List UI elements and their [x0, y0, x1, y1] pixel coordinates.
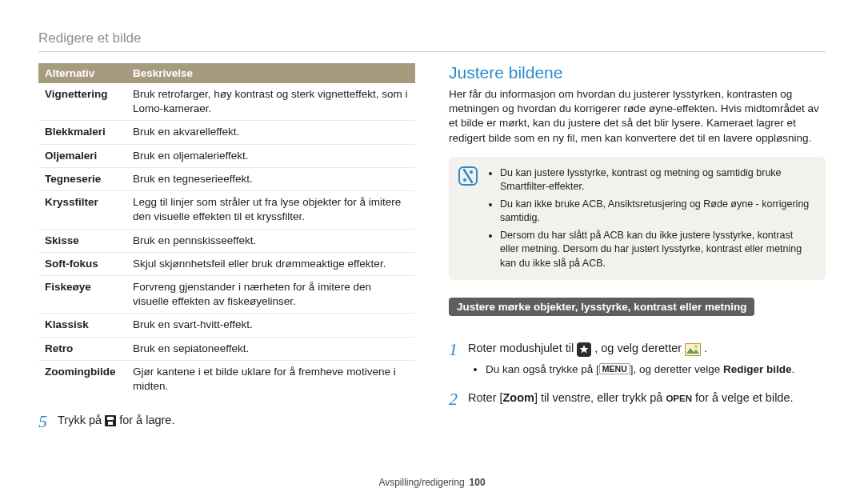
option-name: Blekkmaleri [38, 121, 126, 144]
left-column: Alternativ Beskrivelse VignetteringBruk … [38, 63, 415, 431]
table-row: SkisseBruk en pennskisseeffekt. [38, 229, 415, 252]
note-box: Du kan justere lysstyrke, kontrast og me… [449, 157, 826, 281]
table-header-beskrivelse: Beskrivelse [126, 63, 415, 83]
option-description: Bruk en tegneserieeffekt. [126, 167, 415, 190]
svg-point-4 [470, 170, 473, 174]
table-row: TegneserieBruk en tegneserieeffekt. [38, 167, 415, 190]
step-text: Roter modushjulet til , og velg deretter… [468, 340, 707, 358]
table-row: KlassiskBruk en svart-hvitt-effekt. [38, 314, 415, 337]
option-name: Oljemaleri [38, 144, 126, 167]
option-name: Skisse [38, 229, 126, 252]
step-2: 2 Roter [Zoom] til venstre, eller trykk … [449, 390, 826, 409]
svg-point-10 [694, 345, 698, 348]
step-text: Trykk på for å lagre. [58, 412, 174, 430]
footer-section: Avspilling/redigering [378, 477, 464, 488]
option-description: Bruk en oljemalerieffekt. [126, 144, 415, 167]
option-name: Retro [38, 337, 126, 360]
options-table: Alternativ Beskrivelse VignetteringBruk … [38, 63, 415, 398]
option-description: Forvreng gjenstander i nærheten for å im… [126, 275, 415, 313]
table-row: RetroBruk en sepiatoneeffekt. [38, 337, 415, 360]
step-1: 1 Roter modushjulet til , og velg derett… [449, 340, 826, 359]
option-name: Kryssfilter [38, 191, 126, 229]
svg-rect-1 [107, 417, 114, 420]
step-text: Roter [Zoom] til venstre, eller trykk på… [468, 390, 794, 407]
table-row: ZoomingbildeGjør kantene i et bilde ukla… [38, 360, 415, 398]
note-list: Du kan justere lysstyrke, kontrast og me… [487, 166, 814, 271]
option-description: Legg til linjer som stråler ut fra lyse … [126, 191, 415, 229]
step-number: 5 [38, 412, 50, 431]
option-name: Klassisk [38, 314, 126, 337]
option-description: Bruk en akvarelleffekt. [126, 121, 415, 144]
option-description: Bruk retrofarger, høy kontrast og sterk … [126, 83, 415, 121]
note-item: Dersom du har slått på ACB kan du ikke j… [500, 229, 814, 271]
note-icon [458, 166, 478, 271]
option-name: Fiskeøye [38, 275, 126, 313]
table-header-alternativ: Alternativ [38, 63, 126, 83]
table-row: BlekkmaleriBruk en akvarelleffekt. [38, 121, 415, 144]
option-name: Vignettering [38, 83, 126, 121]
option-name: Tegneserie [38, 167, 126, 190]
option-description: Skjul skjønnhetsfeil eller bruk drømmeak… [126, 252, 415, 275]
mode-dial-magic-icon [577, 342, 591, 357]
table-row: VignetteringBruk retrofarger, høy kontra… [38, 83, 415, 121]
page-footer: Avspilling/redigering100 [0, 477, 864, 488]
svg-rect-8 [686, 343, 701, 355]
landscape-photo-icon [685, 343, 701, 356]
note-item: Du kan justere lysstyrke, kontrast og me… [500, 166, 814, 194]
option-description: Bruk en svart-hvitt-effekt. [126, 314, 415, 337]
page-title: Redigere et bilde [38, 30, 826, 46]
section-heading: Justere bildene [449, 63, 826, 82]
open-label: OPEN [666, 394, 692, 403]
table-row: KryssfilterLegg til linjer som stråler u… [38, 191, 415, 229]
note-item: Du kan ikke bruke ACB, Ansiktsretusjerin… [500, 198, 814, 226]
table-row: Soft-fokusSkjul skjønnhetsfeil eller bru… [38, 252, 415, 275]
menu-button-label: MENU [599, 363, 630, 375]
step-1-sub: Du kan også trykke på [MENU], og derette… [471, 363, 826, 375]
right-column: Justere bildene Her får du informasjon o… [449, 63, 826, 431]
table-row: FiskeøyeForvreng gjenstander i nærheten … [38, 275, 415, 313]
option-description: Bruk en pennskisseeffekt. [126, 229, 415, 252]
option-description: Bruk en sepiatoneeffekt. [126, 337, 415, 360]
page-number: 100 [470, 477, 486, 488]
intro-paragraph: Her får du informasjon om hvordan du jus… [449, 87, 826, 146]
option-description: Gjør kantene i et bilde uklare for å fre… [126, 360, 415, 398]
title-rule [38, 51, 826, 52]
option-name: Soft-fokus [38, 252, 126, 275]
step-number: 1 [449, 340, 460, 359]
save-disk-icon [105, 415, 116, 426]
sub-bullet: Du kan også trykke på [MENU], og derette… [486, 363, 826, 375]
step-number: 2 [449, 390, 460, 409]
svg-point-5 [463, 178, 466, 182]
option-name: Zoomingbilde [38, 360, 126, 398]
subheading-pill: Justere mørke objekter, lysstyrke, kontr… [449, 298, 754, 316]
step-5: 5 Trykk på for å lagre. [38, 412, 415, 431]
table-row: OljemaleriBruk en oljemalerieffekt. [38, 144, 415, 167]
svg-rect-2 [108, 422, 113, 425]
